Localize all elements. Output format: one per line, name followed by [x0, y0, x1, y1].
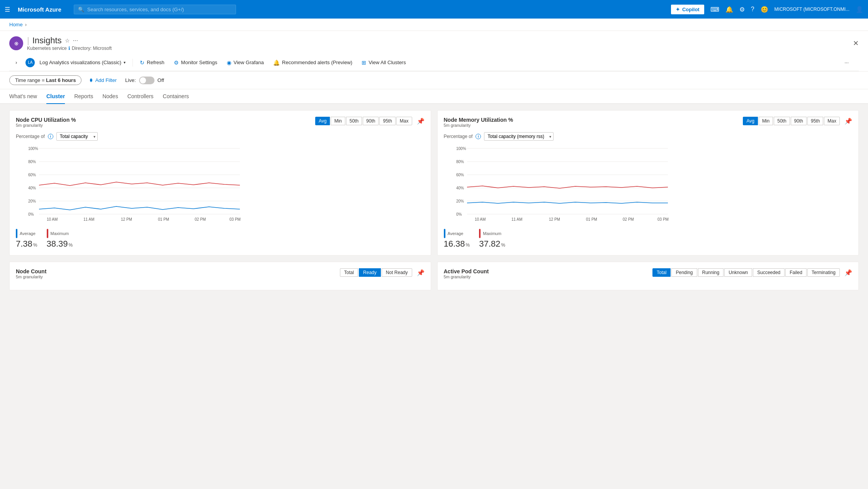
memory-chart-legend: Average 16.38 % Maximum 37.82 % — [444, 226, 853, 249]
terminal-icon[interactable]: ⌨ — [710, 6, 719, 13]
mem-btn-95th[interactable]: 95th — [807, 117, 823, 125]
cpu-btn-min[interactable]: Min — [331, 117, 345, 125]
analytics-selector[interactable]: LA Log Analytics visualizations (Classic… — [22, 56, 129, 70]
memory-chart-title: Node Memory Utilization % — [444, 117, 513, 123]
cpu-chart-area: 100% 80% 60% 40% 20% 0% — [16, 145, 425, 223]
star-button[interactable]: ☆ — [65, 37, 70, 44]
node-count-header: Node Count 5m granularity Total Ready No… — [16, 268, 425, 279]
breadcrumb-home[interactable]: Home — [9, 22, 23, 27]
svg-text:02 PM: 02 PM — [623, 217, 634, 221]
memory-percentage-label: Percentage of — [444, 134, 473, 139]
node-count-pin-button[interactable]: 📌 — [417, 269, 425, 276]
tab-reports[interactable]: Reports — [74, 89, 93, 104]
memory-info-icon[interactable]: i — [476, 134, 481, 139]
cpu-btn-50th[interactable]: 50th — [346, 117, 362, 125]
tab-controllers[interactable]: Controllers — [127, 89, 154, 104]
live-toggle-switch[interactable] — [139, 77, 155, 84]
search-box[interactable]: 🔍 Search resources, services, and docs (… — [74, 5, 236, 14]
memory-pin-button[interactable]: 📌 — [844, 118, 852, 125]
view-grafana-label: View Grafana — [234, 60, 264, 65]
pod-btn-running[interactable]: Running — [698, 268, 724, 277]
view-grafana-button[interactable]: ◉ View Grafana — [223, 57, 268, 68]
analytics-chevron-icon: ▾ — [124, 60, 126, 65]
page-title: | Insights ☆ ··· — [27, 36, 112, 46]
top-nav: ☰ Microsoft Azure 🔍 Search resources, se… — [0, 0, 868, 19]
tab-cluster[interactable]: Cluster — [46, 89, 65, 104]
mem-btn-avg[interactable]: Avg — [743, 117, 758, 125]
close-button[interactable]: ✕ — [853, 39, 859, 48]
pod-btn-pending[interactable]: Pending — [671, 268, 697, 277]
svg-text:80%: 80% — [28, 160, 36, 164]
analytics-label: Log Analytics visualizations (Classic) — [39, 60, 121, 65]
cpu-btn-avg[interactable]: Avg — [315, 117, 330, 125]
memory-max-value: 37.82 — [479, 239, 500, 249]
mem-btn-min[interactable]: Min — [759, 117, 773, 125]
pod-btn-terminating[interactable]: Terminating — [807, 268, 840, 277]
tab-nodes[interactable]: Nodes — [102, 89, 118, 104]
recommended-alerts-button[interactable]: 🔔 Recommended alerts (Preview) — [269, 57, 356, 68]
info-icon[interactable]: ℹ — [68, 46, 70, 51]
node-btn-not-ready[interactable]: Not Ready — [382, 268, 412, 277]
cpu-btn-max[interactable]: Max — [396, 117, 412, 125]
tab-whats-new[interactable]: What's new — [9, 89, 37, 104]
cpu-pin-button[interactable]: 📌 — [417, 118, 425, 125]
node-btn-ready[interactable]: Ready — [359, 268, 381, 277]
page-icon: ⎈ — [9, 36, 23, 50]
memory-chart-granularity: 5m granularity — [444, 123, 513, 128]
svg-text:10 AM: 10 AM — [475, 217, 486, 221]
pod-btn-failed[interactable]: Failed — [785, 268, 807, 277]
memory-chart-svg: 100% 80% 60% 40% 20% 0% — [444, 145, 853, 223]
mem-btn-max[interactable]: Max — [824, 117, 840, 125]
refresh-label: Refresh — [147, 60, 165, 65]
copilot-button[interactable]: ✦ Copilot — [671, 5, 704, 14]
live-label: Live: — [125, 77, 136, 83]
tab-containers[interactable]: Containers — [163, 89, 189, 104]
memory-chart-area: 100% 80% 60% 40% 20% 0% — [444, 145, 853, 223]
svg-text:0%: 0% — [456, 212, 462, 216]
mem-btn-50th[interactable]: 50th — [774, 117, 790, 125]
pod-btn-succeeded[interactable]: Succeeded — [753, 268, 785, 277]
add-filter-button[interactable]: ⧯ Add Filter — [86, 76, 121, 85]
cpu-chart-legend: Average 7.38 % Maximum 38.39 % — [16, 226, 425, 249]
node-btn-total[interactable]: Total — [340, 268, 358, 277]
cpu-info-icon[interactable]: i — [48, 134, 53, 139]
svg-text:100%: 100% — [28, 147, 38, 151]
cpu-chart-controls: Percentage of i Total capacity — [16, 132, 425, 141]
cpu-btn-90th[interactable]: 90th — [363, 117, 379, 125]
time-range-button[interactable]: Time range = Last 6 hours — [9, 75, 82, 85]
memory-max-pct: % — [501, 242, 505, 248]
node-count-granularity: 5m granularity — [16, 274, 46, 279]
toolbar-more-button[interactable]: ··· — [841, 57, 853, 68]
cpu-dropdown[interactable]: Total capacity — [56, 132, 98, 141]
pod-count-pin-button[interactable]: 📌 — [844, 269, 852, 276]
cpu-max-value: 38.39 — [47, 239, 68, 249]
view-all-clusters-button[interactable]: ⊞ View All Clusters — [358, 57, 410, 68]
hamburger-menu[interactable]: ☰ — [5, 6, 10, 13]
toolbar-expand-icon[interactable]: › — [15, 60, 17, 65]
node-count-title: Node Count — [16, 268, 46, 274]
pod-count-title: Active Pod Count — [444, 268, 489, 274]
help-icon[interactable]: ? — [751, 6, 754, 13]
subtitle-kubernetes: Kubernetes service — [27, 46, 67, 51]
cpu-btn-95th[interactable]: 95th — [379, 117, 395, 125]
monitor-settings-button[interactable]: ⚙ Monitor Settings — [170, 57, 221, 68]
live-off-label: Off — [158, 77, 164, 83]
view-all-clusters-label: View All Clusters — [369, 60, 406, 65]
svg-text:40%: 40% — [456, 186, 464, 190]
memory-dropdown[interactable]: Total capacity (memory rss) — [484, 132, 554, 141]
settings-icon[interactable]: ⚙ — [739, 6, 745, 13]
avatar[interactable]: 👤 — [856, 6, 863, 13]
tabs: What's new Cluster Reports Nodes Control… — [0, 89, 868, 104]
pod-btn-unknown[interactable]: Unknown — [724, 268, 752, 277]
pod-btn-total[interactable]: Total — [652, 268, 671, 277]
copilot-icon: ✦ — [676, 7, 680, 12]
more-button[interactable]: ··· — [73, 37, 78, 44]
alerts-icon: 🔔 — [273, 60, 280, 66]
memory-legend-max: Maximum 37.82 % — [479, 229, 505, 249]
search-placeholder: Search resources, services, and docs (G+… — [87, 7, 184, 12]
feedback-icon[interactable]: 😊 — [761, 6, 768, 13]
bell-icon[interactable]: 🔔 — [725, 6, 733, 13]
user-account[interactable]: MICROSOFT (MICROSOFT.ONMI... — [775, 7, 849, 12]
refresh-button[interactable]: ↻ Refresh — [136, 57, 168, 68]
mem-btn-90th[interactable]: 90th — [791, 117, 807, 125]
